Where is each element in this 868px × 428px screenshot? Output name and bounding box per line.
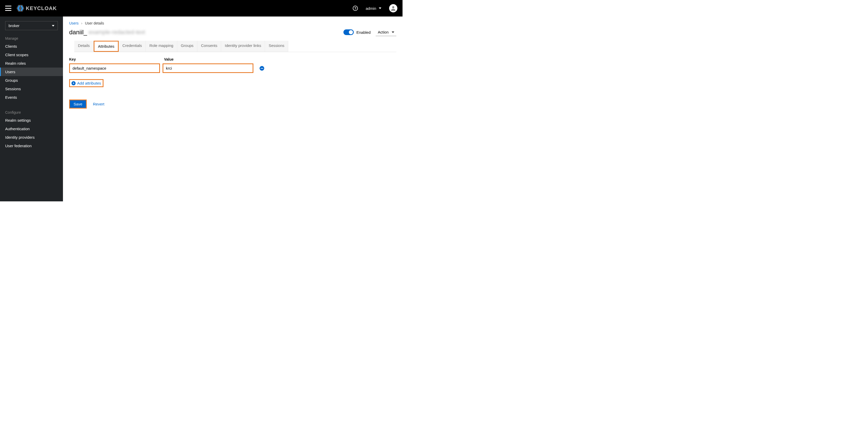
realm-selector[interactable]: broker (5, 21, 58, 30)
tab-credentials[interactable]: Credentials (119, 41, 146, 52)
tab-attributes[interactable]: Attributes (94, 41, 119, 52)
tab-identity-provider-links[interactable]: Identity provider links (221, 41, 265, 52)
username-label: admin (366, 6, 376, 10)
enabled-toggle[interactable] (343, 29, 354, 35)
chevron-down-icon (52, 25, 55, 27)
main-content: Users › User details daniil_example-reda… (63, 17, 403, 201)
tab-sessions[interactable]: Sessions (265, 41, 288, 52)
save-button[interactable]: Save (69, 100, 87, 108)
header-left: KEYCLOAK (5, 5, 57, 11)
sidebar-item-users[interactable]: Users (0, 68, 63, 76)
main-container: broker Manage Clients Client scopes Real… (0, 17, 403, 201)
header-right: ? admin (353, 4, 397, 12)
sidebar-item-clients[interactable]: Clients (0, 42, 63, 51)
title-actions: Enabled Action (343, 28, 396, 36)
logo[interactable]: KEYCLOAK (17, 5, 57, 11)
sidebar-item-authentication[interactable]: Authentication (0, 125, 63, 133)
attribute-key-input[interactable] (69, 63, 160, 73)
chevron-down-icon (379, 7, 381, 9)
realm-name: broker (8, 24, 20, 28)
tabs: Details Attributes Credentials Role mapp… (74, 41, 396, 52)
title-prefix: daniil_ (69, 29, 87, 36)
sidebar-item-identity-providers[interactable]: Identity providers (0, 133, 63, 141)
form-actions: Save Revert (69, 100, 396, 108)
title-row: daniil_example-redacted-text Enabled Act… (69, 28, 396, 36)
sidebar-item-events[interactable]: Events (0, 93, 63, 102)
sidebar-item-sessions[interactable]: Sessions (0, 85, 63, 93)
sidebar-item-realm-roles[interactable]: Realm roles (0, 59, 63, 68)
attribute-headers: Key Value (69, 57, 396, 61)
svg-point-3 (392, 6, 394, 8)
user-menu[interactable]: admin (366, 6, 381, 10)
key-header: Key (69, 57, 161, 61)
breadcrumb-users[interactable]: Users (69, 21, 79, 25)
tab-groups[interactable]: Groups (177, 41, 197, 52)
sidebar-section-manage: Manage (0, 34, 63, 42)
enabled-toggle-wrap: Enabled (343, 29, 371, 35)
value-header: Value (164, 57, 256, 61)
top-header: KEYCLOAK ? admin (0, 0, 403, 17)
add-attributes-button[interactable]: + Add attributes (69, 79, 103, 87)
attribute-row (69, 63, 396, 73)
title-redacted: example-redacted-text (89, 29, 145, 36)
sidebar-section-configure: Configure (0, 108, 63, 116)
minus-icon (260, 68, 263, 69)
sidebar-item-realm-settings[interactable]: Realm settings (0, 116, 63, 125)
chevron-right-icon: › (81, 21, 83, 25)
sidebar-item-groups[interactable]: Groups (0, 76, 63, 85)
tab-role-mapping[interactable]: Role mapping (146, 41, 177, 52)
action-dropdown[interactable]: Action (376, 28, 396, 36)
tab-consents[interactable]: Consents (197, 41, 221, 52)
remove-attribute-button[interactable] (259, 66, 264, 71)
chevron-down-icon (392, 31, 394, 33)
hamburger-menu-icon[interactable] (5, 6, 11, 11)
breadcrumb-current: User details (85, 21, 104, 25)
enabled-label: Enabled (356, 30, 371, 35)
add-attributes-label: Add attributes (77, 81, 101, 85)
sidebar: broker Manage Clients Client scopes Real… (0, 17, 63, 201)
sidebar-item-client-scopes[interactable]: Client scopes (0, 51, 63, 59)
action-label: Action (378, 30, 389, 34)
help-icon[interactable]: ? (353, 6, 358, 11)
sidebar-item-user-federation[interactable]: User federation (0, 141, 63, 150)
logo-text: KEYCLOAK (26, 5, 57, 11)
avatar[interactable] (389, 4, 397, 12)
breadcrumb: Users › User details (69, 21, 396, 25)
attribute-value-input[interactable] (162, 63, 253, 73)
revert-button[interactable]: Revert (93, 102, 104, 106)
page-title: daniil_example-redacted-text (69, 29, 145, 36)
avatar-icon (390, 5, 396, 11)
keycloak-logo-icon (17, 5, 24, 11)
tab-details[interactable]: Details (74, 41, 94, 52)
plus-circle-icon: + (71, 81, 75, 85)
